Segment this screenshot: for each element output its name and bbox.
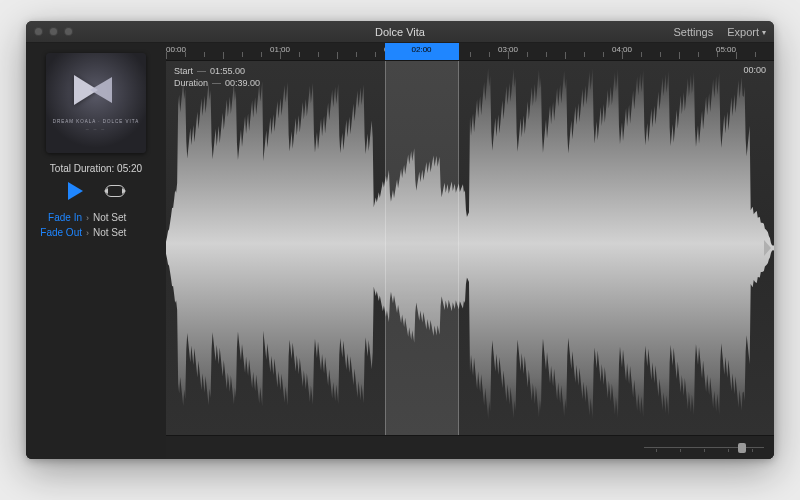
zoom-knob[interactable]: [738, 443, 746, 453]
sidebar: DREAM KOALA · DOLCE VITA — — — Total Dur…: [26, 43, 166, 459]
fade-out-label[interactable]: Fade Out: [34, 227, 82, 238]
waveform[interactable]: [166, 61, 774, 435]
fade-in-label[interactable]: Fade In: [34, 212, 82, 223]
loop-button[interactable]: [105, 185, 125, 197]
chevron-down-icon: ▾: [762, 28, 766, 37]
album-art-icon: [74, 75, 118, 105]
ruler-selection[interactable]: 02:00: [385, 43, 459, 60]
playhead-time: 00:00: [743, 65, 766, 75]
export-button[interactable]: Export▾: [727, 26, 766, 38]
editor-main: 00:0001:0002:0003:0004:0005:00 02:00 Sta…: [166, 43, 774, 459]
footer: [166, 435, 774, 459]
titlebar[interactable]: Dolce Vita Settings Export▾: [26, 21, 774, 43]
selection-region[interactable]: [385, 61, 459, 435]
selection-info: Start—01:55.00 Duration—00:39.00: [174, 65, 260, 89]
settings-button[interactable]: Settings: [673, 26, 713, 38]
ruler-label: 05:00: [716, 45, 736, 54]
total-duration: Total Duration: 05:20: [50, 163, 142, 174]
ruler-label: 00:00: [166, 45, 186, 54]
waveform-area[interactable]: Start—01:55.00 Duration—00:39.00 00:00: [166, 61, 774, 435]
fade-in-row[interactable]: Fade In › Not Set: [34, 212, 158, 223]
time-ruler[interactable]: 00:0001:0002:0003:0004:0005:00 02:00: [166, 43, 774, 61]
end-marker-icon[interactable]: [764, 240, 771, 256]
chevron-right-icon: ›: [86, 228, 89, 238]
window-title: Dolce Vita: [26, 26, 774, 38]
album-art-caption: DREAM KOALA · DOLCE VITA: [53, 119, 139, 124]
album-art-subcaption: — — —: [86, 127, 107, 131]
ruler-label: 04:00: [612, 45, 632, 54]
app-window: Dolce Vita Settings Export▾ DREAM KOALA …: [26, 21, 774, 459]
ruler-label: 03:00: [498, 45, 518, 54]
zoom-slider[interactable]: [644, 443, 764, 453]
chevron-right-icon: ›: [86, 213, 89, 223]
fade-in-value: Not Set: [93, 212, 126, 223]
ruler-label: 01:00: [270, 45, 290, 54]
fade-out-row[interactable]: Fade Out › Not Set: [34, 227, 158, 238]
fade-out-value: Not Set: [93, 227, 126, 238]
play-button[interactable]: [68, 182, 83, 200]
album-art[interactable]: DREAM KOALA · DOLCE VITA — — —: [46, 53, 146, 153]
